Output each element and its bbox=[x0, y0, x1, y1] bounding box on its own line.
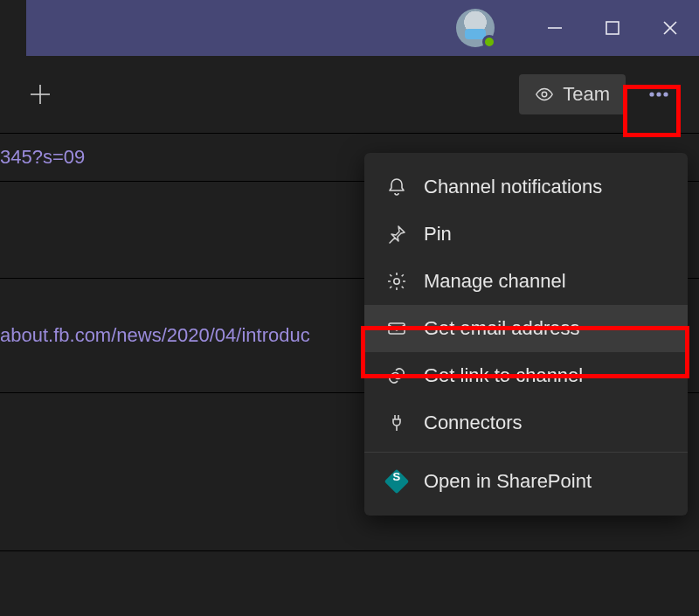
menu-item-label: Pin bbox=[424, 223, 452, 246]
svg-rect-11 bbox=[389, 323, 405, 334]
message-row[interactable] bbox=[0, 550, 699, 559]
minimize-icon bbox=[547, 20, 563, 36]
presence-available-icon bbox=[482, 35, 496, 49]
plus-icon bbox=[28, 82, 52, 107]
channel-toolbar: Team bbox=[0, 56, 699, 133]
more-options-button[interactable] bbox=[636, 72, 682, 117]
menu-item-get-email-address[interactable]: Get email address bbox=[364, 305, 688, 352]
sharepoint-icon: S bbox=[385, 470, 408, 493]
menu-item-connectors[interactable]: Connectors bbox=[364, 399, 688, 446]
menu-item-label: Manage channel bbox=[424, 270, 566, 293]
team-visibility-button[interactable]: Team bbox=[519, 74, 626, 114]
bell-icon bbox=[385, 176, 408, 198]
menu-item-open-in-sharepoint[interactable]: S Open in SharePoint bbox=[364, 458, 688, 505]
svg-point-9 bbox=[663, 92, 668, 96]
message-link[interactable]: 345?s=09 bbox=[0, 146, 85, 169]
eye-icon bbox=[535, 85, 554, 104]
svg-point-8 bbox=[656, 92, 661, 96]
pin-icon bbox=[385, 223, 408, 246]
window-maximize-button[interactable] bbox=[584, 0, 641, 56]
menu-item-get-link-to-channel[interactable]: Get link to channel bbox=[364, 352, 688, 399]
message-link[interactable]: about.fb.com/news/2020/04/introduc bbox=[0, 324, 310, 347]
title-bar bbox=[0, 0, 699, 56]
menu-item-pin[interactable]: Pin bbox=[364, 211, 688, 258]
menu-item-manage-channel[interactable]: Manage channel bbox=[364, 258, 688, 305]
menu-separator bbox=[364, 452, 688, 453]
menu-item-channel-notifications[interactable]: Channel notifications bbox=[364, 163, 688, 211]
menu-item-label: Get email address bbox=[424, 317, 580, 340]
menu-item-label: Connectors bbox=[424, 412, 523, 434]
mail-icon bbox=[385, 317, 408, 340]
add-tab-button[interactable] bbox=[21, 75, 59, 114]
menu-item-label: Open in SharePoint bbox=[424, 470, 592, 493]
link-icon bbox=[385, 364, 408, 387]
plug-icon bbox=[385, 412, 408, 434]
menu-item-label: Get link to channel bbox=[424, 364, 583, 387]
channel-options-menu: Channel notifications Pin Manage channel… bbox=[364, 153, 688, 516]
maximize-icon bbox=[606, 21, 619, 35]
user-avatar[interactable] bbox=[456, 9, 495, 47]
sidebar-edge bbox=[0, 0, 26, 56]
svg-point-10 bbox=[394, 279, 399, 284]
svg-point-6 bbox=[542, 92, 547, 97]
window-minimize-button[interactable] bbox=[526, 0, 584, 56]
svg-rect-1 bbox=[606, 22, 619, 34]
svg-point-7 bbox=[649, 92, 654, 96]
team-visibility-label: Team bbox=[563, 83, 610, 106]
menu-item-label: Channel notifications bbox=[424, 176, 602, 198]
close-icon bbox=[662, 20, 678, 36]
window-close-button[interactable] bbox=[641, 0, 699, 56]
more-horizontal-icon bbox=[646, 81, 672, 107]
gear-icon bbox=[385, 270, 408, 293]
